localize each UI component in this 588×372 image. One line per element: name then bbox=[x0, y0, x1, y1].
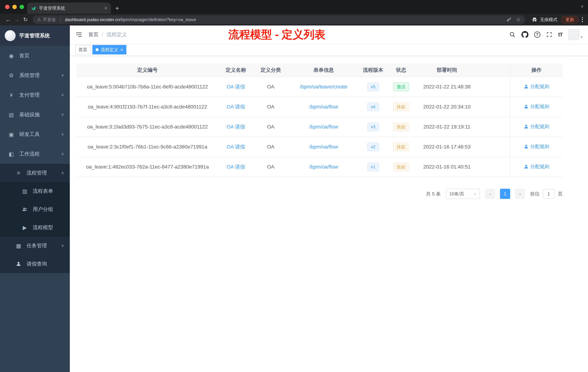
sidebar-item-process-form[interactable]: ▥ 流程表单 bbox=[0, 182, 70, 200]
security-warning-icon: ⚠ bbox=[37, 17, 41, 22]
sidebar-item-label: 流程表单 bbox=[33, 188, 53, 195]
assign-rule-label: 分配规则 bbox=[530, 83, 549, 90]
main-area: 首页 / 流程定义 流程模型 - 定义列表 ? tT bbox=[70, 25, 588, 372]
table-row: oa_leave:5:004b710b-7b8a-11ec-8ef0-acde4… bbox=[77, 77, 563, 97]
github-icon[interactable] bbox=[521, 31, 528, 38]
browser-tabstrip: 芋道管理系统 × + ∨ bbox=[0, 0, 588, 14]
chevron-down-icon: ∨ bbox=[61, 132, 64, 137]
version-tag: v2 bbox=[367, 142, 379, 151]
page-content: 定义编号 定义名称 定义分类 表单信息 流程版本 状态 部署时间 操作 oa_l… bbox=[70, 56, 588, 372]
chevron-down-icon: ∨ bbox=[61, 112, 64, 117]
browser-update-button[interactable]: 更新 bbox=[561, 16, 578, 23]
filler-cell bbox=[479, 97, 510, 117]
next-page-button[interactable]: › bbox=[515, 189, 525, 199]
user-menu[interactable]: ▾ bbox=[568, 29, 583, 40]
browser-tab[interactable]: 芋道管理系统 × bbox=[27, 2, 111, 14]
favicon-leaf-icon bbox=[31, 6, 36, 11]
key-icon[interactable] bbox=[506, 17, 512, 22]
tag-close-icon[interactable]: × bbox=[120, 47, 123, 52]
definition-id: oa_leave:4:991f2193-7b7f-11ec-a3c8-acde4… bbox=[77, 97, 218, 117]
tab-close-icon[interactable]: × bbox=[104, 5, 107, 11]
sidebar: 芋道管理系统 ◉ 首页 ⚙ 系统管理 ∨ ¥ 支付管理 ∨ ▤ 基础设施 ∨ bbox=[0, 25, 70, 372]
sidebar-item-process-management[interactable]: ≡ 流程管理 ∧ bbox=[0, 164, 70, 182]
annotation-title: 流程模型 - 定义列表 bbox=[228, 27, 325, 42]
form-info-link[interactable]: /bpm/oa/leave/create bbox=[300, 84, 347, 89]
definition-name-link[interactable]: OA 请假 bbox=[227, 104, 245, 109]
chevron-down-icon: ∨ bbox=[61, 243, 64, 248]
sidebar-item-workflow[interactable]: ◧ 工作流程 ∧ bbox=[0, 144, 70, 164]
sidebar-item-process-model[interactable]: ▶ 流程模型 bbox=[0, 219, 70, 237]
page-size-select[interactable]: 10条/页 ∨ bbox=[446, 189, 480, 199]
goto-page-input[interactable] bbox=[543, 189, 555, 198]
assign-rule-link[interactable]: 分配规则 bbox=[524, 83, 549, 90]
sidebar-item-label: 系统管理 bbox=[19, 72, 40, 79]
assign-rule-link[interactable]: 分配规则 bbox=[524, 103, 549, 110]
back-icon[interactable]: ← bbox=[4, 17, 12, 22]
definition-id: oa_leave:2:3c1f0ef1-76b1-11ec-9c66-a2380… bbox=[77, 137, 218, 157]
sidebar-item-payment[interactable]: ¥ 支付管理 ∨ bbox=[0, 85, 70, 105]
sidebar-logo[interactable]: 芋道管理系统 bbox=[0, 25, 70, 46]
forward-icon[interactable]: → bbox=[12, 17, 21, 22]
definition-category: OA bbox=[253, 157, 288, 177]
hamburger-icon[interactable] bbox=[75, 31, 83, 38]
tab-search-icon[interactable]: ∨ bbox=[581, 4, 584, 9]
status-tag: 激活 bbox=[393, 82, 409, 91]
dashboard-icon: ◉ bbox=[7, 53, 15, 59]
breadcrumb: 首页 / 流程定义 bbox=[88, 31, 127, 38]
assign-rule-link[interactable]: 分配规则 bbox=[524, 143, 549, 150]
assign-rule-link[interactable]: 分配规则 bbox=[524, 123, 549, 130]
form-info-link[interactable]: /bpm/oa/flow bbox=[309, 144, 338, 150]
pagination-total: 共 5 条 bbox=[426, 191, 441, 197]
sidebar-item-label: 工作流程 bbox=[19, 151, 40, 157]
col-definition-category: 定义分类 bbox=[253, 63, 288, 77]
sidebar-item-task-management[interactable]: ▦ 任务管理 ∨ bbox=[0, 237, 70, 255]
assign-rule-label: 分配规则 bbox=[530, 143, 549, 150]
window-zoom-button[interactable] bbox=[20, 5, 24, 9]
prev-page-button[interactable]: ‹ bbox=[485, 189, 495, 199]
sidebar-item-infrastructure[interactable]: ▤ 基础设施 ∨ bbox=[0, 105, 70, 124]
incognito-label: 无痕模式 bbox=[540, 17, 557, 22]
sidebar-item-system[interactable]: ⚙ 系统管理 ∨ bbox=[0, 66, 70, 85]
form-info-link[interactable]: /bpm/oa/flow bbox=[309, 104, 338, 109]
assign-rule-label: 分配规则 bbox=[530, 164, 549, 170]
form-info-link[interactable]: /bpm/oa/flow bbox=[309, 124, 338, 130]
browser-toolbar: ← → ↻ ⚠ 不安全 dashboard.yudao.iocoder.cn/b… bbox=[0, 14, 588, 25]
sidebar-item-leave-query[interactable]: 请假查询 bbox=[0, 255, 70, 273]
col-filler bbox=[479, 63, 510, 77]
window-minimize-button[interactable] bbox=[12, 5, 17, 9]
deploy-time: 2022-01-22 21:48:38 bbox=[415, 77, 479, 97]
tag-home[interactable]: 首页 bbox=[75, 45, 91, 55]
current-page-button[interactable]: 1 bbox=[500, 189, 510, 199]
definition-name-link[interactable]: OA 请假 bbox=[227, 84, 245, 89]
browser-menu-icon[interactable] bbox=[582, 17, 583, 22]
font-size-icon[interactable]: tT bbox=[558, 32, 563, 38]
reload-icon[interactable]: ↻ bbox=[21, 17, 30, 22]
pagination-goto: 前往 页 bbox=[530, 189, 563, 198]
sidebar-item-home[interactable]: ◉ 首页 bbox=[0, 46, 70, 66]
tag-process-definition[interactable]: 流程定义 × bbox=[92, 45, 126, 55]
help-icon[interactable]: ? bbox=[534, 32, 540, 38]
sidebar-item-label: 基础设施 bbox=[19, 111, 40, 118]
search-icon[interactable] bbox=[509, 31, 516, 38]
new-tab-button[interactable]: + bbox=[115, 5, 119, 12]
logo-avatar bbox=[5, 30, 16, 41]
bookmark-star-icon[interactable]: ☆ bbox=[516, 17, 521, 23]
window-close-button[interactable] bbox=[5, 5, 10, 9]
breadcrumb-home[interactable]: 首页 bbox=[88, 31, 99, 38]
version-tag: v3 bbox=[367, 122, 379, 131]
briefcase-icon: ◧ bbox=[7, 151, 15, 157]
assign-rule-label: 分配规则 bbox=[530, 123, 549, 130]
fullscreen-icon[interactable] bbox=[546, 32, 552, 38]
assign-rule-link[interactable]: 分配规则 bbox=[524, 164, 549, 170]
user-icon bbox=[524, 84, 529, 89]
tab-title: 芋道管理系统 bbox=[39, 5, 101, 11]
form-info-link[interactable]: /bpm/oa/flow bbox=[309, 164, 338, 170]
definition-name-link[interactable]: OA 请假 bbox=[227, 164, 245, 170]
definition-name-link[interactable]: OA 请假 bbox=[227, 144, 245, 150]
page: 芋道管理系统 × + ∨ ← → ↻ ⚠ 不安全 dashboard.yudao… bbox=[0, 0, 588, 372]
address-bar[interactable]: ⚠ 不安全 dashboard.yudao.iocoder.cn/bpm/man… bbox=[33, 15, 525, 24]
definition-name-link[interactable]: OA 请假 bbox=[227, 124, 245, 130]
sidebar-item-user-group[interactable]: 用户分组 bbox=[0, 200, 70, 219]
sidebar-item-devtools[interactable]: ▣ 研发工具 ∨ bbox=[0, 124, 70, 144]
table-body: oa_leave:5:004b710b-7b8a-11ec-8ef0-acde4… bbox=[77, 77, 563, 177]
